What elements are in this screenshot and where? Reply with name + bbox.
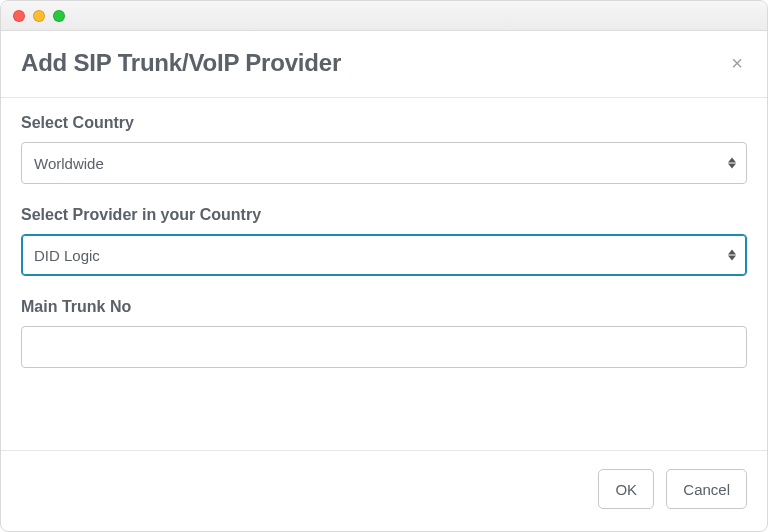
dialog-title: Add SIP Trunk/VoIP Provider [21,49,341,77]
field-provider: Select Provider in your Country DID Logi… [21,206,747,276]
field-trunkno: Main Trunk No [21,298,747,368]
country-select[interactable]: Worldwide [21,142,747,184]
close-icon[interactable]: × [727,49,747,77]
traffic-lights [13,10,65,22]
dialog-footer: OK Cancel [1,450,767,531]
window-minimize-dot[interactable] [33,10,45,22]
dialog-body: Select Country Worldwide Select Provider… [1,98,767,450]
country-label: Select Country [21,114,747,132]
window-titlebar [1,1,767,31]
provider-select[interactable]: DID Logic [21,234,747,276]
country-select-value: Worldwide [34,155,104,172]
provider-select-value: DID Logic [34,247,100,264]
provider-label: Select Provider in your Country [21,206,747,224]
chevron-updown-icon [728,158,736,169]
ok-button[interactable]: OK [598,469,654,509]
cancel-button[interactable]: Cancel [666,469,747,509]
trunkno-input[interactable] [21,326,747,368]
chevron-updown-icon [728,250,736,261]
dialog-header: Add SIP Trunk/VoIP Provider × [1,31,767,98]
dialog-window: Add SIP Trunk/VoIP Provider × Select Cou… [0,0,768,532]
field-country: Select Country Worldwide [21,114,747,184]
window-zoom-dot[interactable] [53,10,65,22]
trunkno-label: Main Trunk No [21,298,747,316]
window-close-dot[interactable] [13,10,25,22]
